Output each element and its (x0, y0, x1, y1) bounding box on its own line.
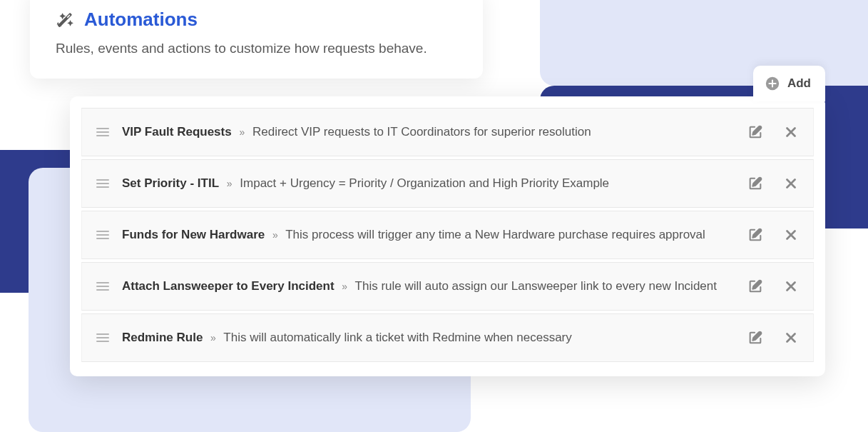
close-icon[interactable] (783, 176, 799, 191)
separator: » (210, 332, 216, 343)
wand-icon (56, 11, 74, 29)
separator: » (342, 281, 347, 292)
page-subtitle: Rules, events and actions to customize h… (56, 39, 457, 59)
edit-icon[interactable] (747, 176, 763, 191)
automation-description: This will automatically link a ticket wi… (223, 331, 571, 344)
edit-icon[interactable] (747, 278, 763, 294)
automation-name: Funds for New Hardware (122, 228, 265, 241)
automation-text: Funds for New Hardware » This process wi… (122, 227, 735, 243)
automation-description: Redirect VIP requests to IT Coordinators… (252, 125, 591, 139)
close-icon[interactable] (783, 278, 799, 294)
separator: » (227, 178, 233, 189)
automation-name: Attach Lansweeper to Every Incident (122, 279, 335, 293)
separator: » (272, 229, 278, 241)
edit-icon[interactable] (747, 227, 763, 243)
automation-description: This process will trigger any time a New… (285, 228, 705, 241)
automation-row: Funds for New Hardware » This process wi… (81, 211, 814, 259)
automation-name: Redmine Rule (122, 331, 203, 344)
automation-text: Set Priority - ITIL » Impact + Urgency =… (122, 176, 735, 191)
page-title: Automations (84, 9, 198, 31)
automation-description: Impact + Urgency = Priority / Organizati… (240, 176, 609, 190)
automation-text: VIP Fault Requests » Redirect VIP reques… (122, 124, 735, 140)
plus-circle-icon (765, 76, 780, 91)
automation-text: Redmine Rule » This will automatically l… (122, 330, 735, 346)
automation-text: Attach Lansweeper to Every Incident » Th… (122, 278, 735, 294)
separator: » (239, 126, 245, 138)
edit-icon[interactable] (747, 124, 763, 140)
automations-header-card: Automations Rules, events and actions to… (30, 0, 483, 79)
close-icon[interactable] (783, 227, 799, 243)
drag-handle-icon[interactable] (96, 333, 109, 342)
add-button[interactable]: Add (753, 66, 825, 101)
drag-handle-icon[interactable] (96, 179, 109, 188)
automation-name: Set Priority - ITIL (122, 176, 219, 190)
drag-handle-icon[interactable] (96, 282, 109, 291)
edit-icon[interactable] (747, 330, 763, 346)
automation-row: Attach Lansweeper to Every Incident » Th… (81, 262, 814, 311)
drag-handle-icon[interactable] (96, 128, 109, 136)
automation-description: This rule will auto assign our Lansweepe… (355, 279, 717, 293)
drag-handle-icon[interactable] (96, 231, 109, 239)
automation-row: VIP Fault Requests » Redirect VIP reques… (81, 108, 814, 156)
automation-row: Redmine Rule » This will automatically l… (81, 313, 814, 362)
close-icon[interactable] (783, 124, 799, 140)
automation-row: Set Priority - ITIL » Impact + Urgency =… (81, 159, 814, 208)
automations-list: VIP Fault Requests » Redirect VIP reques… (70, 96, 825, 376)
automation-name: VIP Fault Requests (122, 125, 232, 139)
add-button-label: Add (787, 76, 811, 91)
close-icon[interactable] (783, 330, 799, 346)
